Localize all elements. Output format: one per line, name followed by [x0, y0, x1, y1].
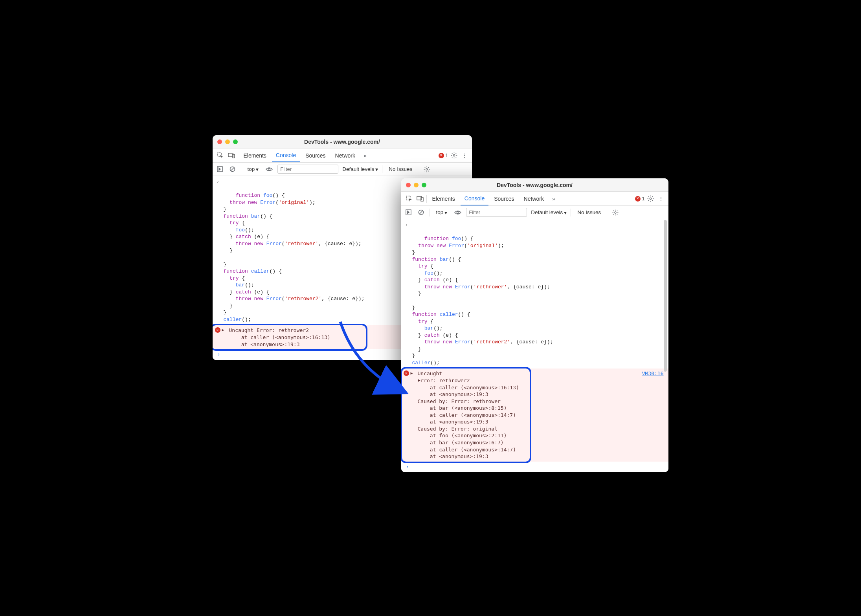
svg-point-3	[453, 154, 455, 156]
console-toolbar: top ▾ Default levels ▾ No Issues	[401, 206, 668, 219]
svg-point-7	[268, 168, 270, 170]
tab-console[interactable]: Console	[272, 148, 300, 162]
issues-button[interactable]: No Issues	[575, 209, 603, 215]
panel-tabs: Elements Console Sources Network » 1 ⋮	[401, 192, 668, 206]
tab-network[interactable]: Network	[520, 192, 548, 205]
more-tabs-icon[interactable]: »	[361, 151, 369, 160]
sidebar-toggle-icon[interactable]	[404, 208, 413, 217]
context-selector[interactable]: top ▾	[245, 165, 261, 173]
svg-rect-11	[421, 198, 423, 201]
input-chevron-icon: ›	[217, 178, 220, 185]
context-selector[interactable]: top ▾	[434, 209, 450, 216]
traffic-lights	[217, 139, 238, 144]
titlebar[interactable]: DevTools - www.google.com/	[213, 135, 472, 148]
svg-rect-2	[232, 154, 235, 158]
error-count: 1	[445, 152, 448, 158]
scrollbar-thumb[interactable]	[664, 220, 667, 372]
error-message[interactable]: ▶ VM30:16 Uncaught Error: rethrower2 at …	[401, 368, 668, 461]
error-count: 1	[642, 196, 644, 202]
zoom-button[interactable]	[233, 139, 238, 144]
devtools-window-after: DevTools - www.google.com/ Elements Cons…	[401, 178, 668, 472]
console-settings-icon[interactable]	[422, 165, 431, 174]
chevron-down-icon: ▾	[256, 166, 259, 172]
error-badge[interactable]: 1	[635, 196, 644, 202]
error-icon	[439, 153, 444, 158]
settings-icon[interactable]	[646, 194, 655, 203]
clear-console-icon[interactable]	[228, 165, 237, 174]
console-body: › function foo() { throw new Error('orig…	[401, 219, 668, 472]
minimize-button[interactable]	[225, 139, 230, 144]
sidebar-toggle-icon[interactable]	[216, 165, 224, 174]
error-source-link[interactable]: VM30:16	[642, 370, 664, 377]
live-expression-icon[interactable]	[453, 208, 462, 217]
clear-console-icon[interactable]	[417, 208, 426, 217]
scrollbar[interactable]	[664, 219, 668, 472]
error-text: Error: rethrower2 at caller (<anonymous>…	[418, 377, 665, 460]
inspect-icon[interactable]	[216, 151, 225, 160]
filter-input[interactable]	[466, 208, 527, 217]
expand-chevron-icon[interactable]: ▶	[411, 370, 413, 376]
error-icon	[404, 370, 409, 376]
context-label: top	[248, 166, 255, 172]
more-tabs-icon[interactable]: »	[549, 194, 558, 203]
error-icon	[635, 196, 641, 202]
tab-elements[interactable]: Elements	[240, 148, 270, 162]
live-expression-icon[interactable]	[265, 165, 274, 174]
close-button[interactable]	[217, 139, 222, 144]
levels-label: Default levels	[342, 166, 374, 172]
tab-elements[interactable]: Elements	[428, 192, 459, 205]
svg-point-12	[650, 198, 651, 199]
console-toolbar: top ▾ Default levels ▾ No Issues	[213, 163, 472, 176]
kebab-menu-icon[interactable]: ⋮	[460, 151, 469, 160]
close-button[interactable]	[406, 183, 411, 187]
tab-sources[interactable]: Sources	[301, 148, 329, 162]
tab-network[interactable]: Network	[331, 148, 359, 162]
panel-tabs: Elements Console Sources Network » 1 ⋮	[213, 148, 472, 163]
settings-icon[interactable]	[450, 151, 459, 160]
chevron-down-icon: ▾	[375, 166, 378, 172]
console-prompt[interactable]	[401, 462, 668, 473]
svg-line-15	[420, 211, 423, 214]
error-header: Uncaught	[418, 370, 442, 376]
window-title: DevTools - www.google.com/	[406, 182, 664, 188]
log-levels-selector[interactable]: Default levels ▾	[531, 209, 567, 216]
titlebar[interactable]: DevTools - www.google.com/	[401, 178, 668, 192]
context-label: top	[436, 209, 444, 215]
kebab-menu-icon[interactable]: ⋮	[657, 194, 665, 203]
chevron-down-icon: ▾	[564, 209, 567, 216]
tab-console[interactable]: Console	[461, 192, 488, 205]
traffic-lights	[406, 183, 426, 187]
inspect-icon[interactable]	[404, 194, 414, 204]
error-badge[interactable]: 1	[439, 152, 448, 158]
device-toggle-icon[interactable]	[227, 151, 236, 160]
svg-point-8	[426, 169, 428, 170]
device-toggle-icon[interactable]	[415, 194, 425, 204]
window-title: DevTools - www.google.com/	[217, 139, 467, 145]
tab-sources[interactable]: Sources	[490, 192, 518, 205]
zoom-button[interactable]	[422, 183, 426, 187]
log-levels-selector[interactable]: Default levels ▾	[342, 166, 378, 172]
levels-label: Default levels	[531, 209, 563, 215]
minimize-button[interactable]	[414, 183, 419, 187]
console-settings-icon[interactable]	[611, 208, 620, 217]
expand-chevron-icon[interactable]: ▶	[222, 327, 224, 333]
svg-line-6	[231, 168, 234, 171]
issues-button[interactable]: No Issues	[386, 166, 415, 172]
svg-point-17	[615, 212, 616, 213]
console-input-past: › function foo() { throw new Error('orig…	[401, 219, 668, 368]
input-chevron-icon: ›	[405, 222, 408, 229]
svg-point-16	[457, 211, 459, 213]
chevron-down-icon: ▾	[444, 209, 447, 216]
filter-input[interactable]	[277, 165, 338, 174]
error-icon	[215, 327, 220, 333]
